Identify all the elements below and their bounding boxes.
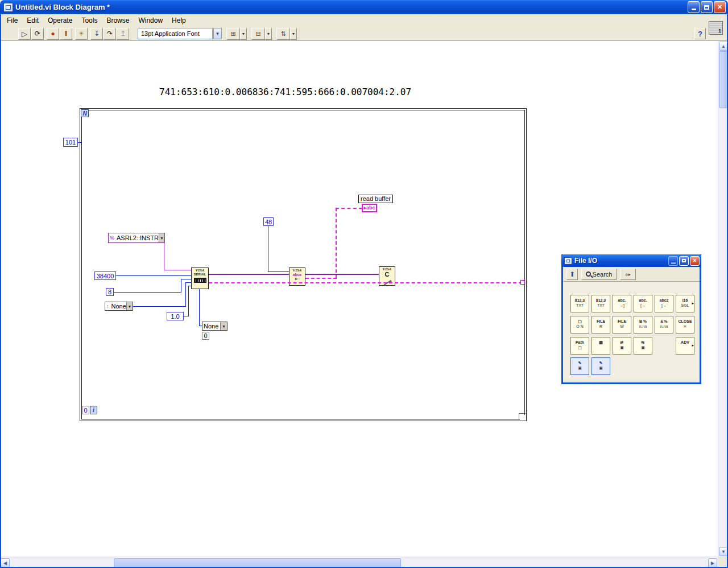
palette-item-read-characters[interactable]: abc.[→ <box>634 295 652 312</box>
palette-item-read-measurement-file[interactable]: ✎▣ <box>592 357 610 375</box>
close-button[interactable]: ✕ <box>714 1 726 13</box>
menu-window[interactable]: Window <box>134 15 167 26</box>
wire-parity-v <box>185 282 186 307</box>
wire-stopbits-v <box>188 286 189 316</box>
wire-parity-h1 <box>133 306 185 307</box>
scroll-right-button[interactable]: ▶ <box>708 558 717 567</box>
block-diagram-canvas[interactable]: 741:653:610:0.006836:741:595:666:0.00700… <box>0 41 718 557</box>
menu-help[interactable]: Help <box>167 15 191 26</box>
visa-configure-serial-port-node[interactable]: VISA SERIAL <box>191 267 209 289</box>
loop-count-constant[interactable]: 101 <box>63 138 78 147</box>
menu-edit[interactable]: Edit <box>22 15 43 26</box>
palette-item-write-spreadsheet[interactable]: 812.3TXT <box>570 295 589 312</box>
loop-count-terminal: N <box>81 109 89 117</box>
dropdown-icon[interactable]: ▼ <box>159 233 164 242</box>
palette-options-button[interactable]: ๏▸ <box>620 269 636 280</box>
palette-item-refnum-to-path[interactable]: ⇄▣ <box>613 337 631 355</box>
titlebar: Untitled.vi Block Diagram * ✕ <box>0 0 728 14</box>
vi-icon[interactable]: 1 <box>709 21 723 35</box>
loop-resize-handle[interactable] <box>519 413 526 420</box>
palette-item-advanced-submenu[interactable]: ADV <box>676 337 694 355</box>
font-selector[interactable]: 13pt Application Font <box>138 28 213 39</box>
scroll-left-button[interactable]: ◀ <box>1 558 10 567</box>
read-buffer-label[interactable]: read buffer <box>358 195 393 203</box>
palette-item-binary-write[interactable]: a %n.nn <box>655 316 673 334</box>
read-buffer-terminal[interactable]: ▸abc <box>362 204 377 212</box>
palette-item-binary-read[interactable]: B %n.nn <box>634 316 652 334</box>
palette-restore-button[interactable] <box>679 256 689 266</box>
abort-button[interactable]: ● <box>47 28 59 40</box>
palette-item-path-to-refnum[interactable]: ⇆▣ <box>634 337 652 355</box>
wire-count <box>78 142 81 143</box>
wire-visa-session-2 <box>305 274 379 275</box>
palette-up-button[interactable]: ⬆ <box>566 269 578 280</box>
palette-item-write-file[interactable]: FILEW <box>613 316 631 334</box>
byte-count-constant[interactable]: 48 <box>263 217 274 226</box>
app-icon <box>3 3 13 12</box>
palette-minimize-button[interactable] <box>668 256 678 266</box>
palette-title: File I/O <box>574 257 668 265</box>
distribute-objects-button[interactable]: ⊟ ▼ <box>251 28 272 40</box>
window-title: Untitled.vi Block Diagram * <box>15 3 688 11</box>
wire-visa-resource-v <box>164 243 164 270</box>
palette-item-write-characters[interactable]: abc.→] <box>613 295 631 312</box>
menu-tools[interactable]: Tools <box>77 15 102 26</box>
run-continuous-button[interactable]: ⟳ <box>31 28 44 40</box>
reorder-button[interactable]: ⇅ ▼ <box>276 28 297 40</box>
flow-control-constant[interactable]: None ▼ <box>202 322 228 331</box>
visa-resource-constant[interactable]: % ASRL2::INSTR ▼ <box>108 233 165 243</box>
step-into-button[interactable]: ↧ <box>90 28 103 40</box>
dropdown-icon[interactable]: ▼ <box>220 322 227 330</box>
menu-file[interactable]: File <box>2 15 22 26</box>
parity-constant[interactable]: ↕ None ▼ <box>105 302 133 311</box>
wire-databits-v <box>181 279 181 293</box>
wire-error-long <box>209 282 522 283</box>
wire-flow-h <box>199 326 202 326</box>
step-over-button[interactable]: ↷ <box>104 28 116 40</box>
horizontal-scroll-thumb[interactable] <box>114 558 401 567</box>
align-objects-button[interactable]: ⊞ ▼ <box>226 28 247 40</box>
palette-titlebar: File I/O ✕ <box>561 254 701 267</box>
wire-string-v <box>336 208 337 278</box>
wire-bytecount-v <box>268 226 268 271</box>
palette-search-button[interactable]: Search <box>581 269 617 280</box>
palette-item-path-constant[interactable]: Path▢ <box>570 337 589 355</box>
stop-bits-constant[interactable]: 1.0 <box>167 312 184 320</box>
palette-item-read-file[interactable]: FILER <box>592 316 610 334</box>
context-help-button[interactable]: ? <box>694 28 706 39</box>
distribute-icon: ⊟ <box>251 28 265 40</box>
palette-close-button[interactable]: ✕ <box>690 256 700 266</box>
palette-item-close-file[interactable]: CLOSE✕ <box>676 316 694 334</box>
minimize-button[interactable] <box>688 1 700 13</box>
io-glyph: % <box>109 235 115 241</box>
step-out-button[interactable]: ↥ <box>117 28 129 40</box>
palette-item-open-create-file[interactable]: ▢O N <box>570 316 589 334</box>
for-loop[interactable] <box>80 108 527 421</box>
horizontal-scrollbar[interactable]: ◀ ▶ <box>0 557 718 568</box>
loop-index-display: 0 <box>82 406 89 414</box>
wire-visa-session-1 <box>209 274 289 275</box>
highlight-execution-button[interactable]: ☀ <box>75 28 88 40</box>
data-bits-constant[interactable]: 8 <box>106 288 114 296</box>
palette-item-binary-file-submenu[interactable]: I16SGL <box>676 295 694 312</box>
wire-parity-h2 <box>185 282 191 283</box>
free-label: 741:653:610:0.006836:741:595:666:0.00700… <box>159 87 411 97</box>
palette-toolbar: ⬆ Search ๏▸ <box>563 267 700 282</box>
dropdown-icon[interactable]: ▼ <box>126 302 133 310</box>
run-button[interactable]: ▷ <box>18 28 31 40</box>
font-selector-dropdown-icon[interactable]: ▼ <box>213 28 222 39</box>
palette-item-file-dialog[interactable]: ▤ <box>592 337 610 355</box>
palette-item-read-spreadsheet[interactable]: 812.3TXT <box>592 295 610 312</box>
baud-rate-constant[interactable]: 38400 <box>94 271 116 280</box>
maximize-button[interactable] <box>701 1 713 13</box>
palette-item-write-measurement-file[interactable]: ✎▣ <box>570 357 589 375</box>
flow-zero-constant[interactable]: 0 <box>202 332 209 340</box>
pause-button[interactable]: ‖ <box>60 28 72 40</box>
wire-flow-v <box>199 289 200 326</box>
reorder-icon: ⇅ <box>276 28 290 40</box>
palette-icon <box>564 257 572 265</box>
file-io-palette-window[interactable]: File I/O ✕ ⬆ Search ๏▸ 812.3TXT 812.3TXT… <box>561 254 701 384</box>
menu-browse[interactable]: Browse <box>102 15 134 26</box>
palette-item-read-lines[interactable]: abc2[→ <box>655 295 673 312</box>
menu-operate[interactable]: Operate <box>43 15 77 26</box>
